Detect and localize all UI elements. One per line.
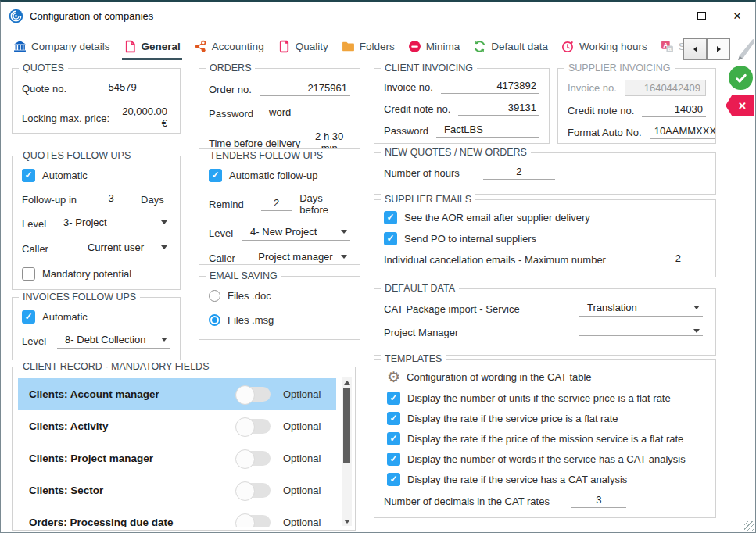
mandatory-potential-checkbox[interactable] (22, 267, 35, 281)
client-record-section: CLIENT RECORD - MANDATORY FIELDS Clients… (12, 367, 356, 531)
format-auto-no-label: Format Auto No. (568, 127, 642, 138)
tab-minima[interactable]: Minima (407, 38, 462, 60)
cancel-button[interactable] (726, 95, 754, 116)
automatic-followup-label: Automatic follow-up (229, 170, 317, 181)
invoice-no-input-disabled: 1640442409 (625, 80, 706, 96)
mandatory-toggle[interactable] (236, 451, 271, 466)
supplier-invoicing-section: SUPPLIER INVOICING Invoice no. 164044240… (557, 68, 716, 144)
order-no-input[interactable]: 2175961 (260, 82, 350, 96)
tab-working-hours[interactable]: Working hours (560, 38, 649, 60)
mandatory-toggle[interactable] (236, 419, 271, 434)
mandatory-toggle[interactable] (236, 483, 271, 498)
mandatory-toggle[interactable] (236, 387, 271, 402)
password-input[interactable]: word (261, 106, 350, 120)
level-dropdown[interactable]: 3- Project (56, 216, 170, 231)
time-before-delivery-input[interactable]: 2 h 30 min (308, 131, 350, 148)
list-item[interactable]: Orders: Processing due date Optional (18, 506, 336, 527)
aor-email-label: See the AOR email after supplier deliver… (404, 212, 590, 224)
project-manager-dropdown[interactable] (579, 329, 703, 336)
list-scrollbar[interactable] (342, 377, 352, 526)
chevron-down-icon (161, 338, 167, 342)
maximize-button[interactable] (683, 2, 719, 29)
tab-label: Quality (296, 41, 328, 52)
field-label: Orders: Processing due date (29, 517, 174, 528)
credit-note-no-input[interactable]: 14030 (642, 103, 706, 117)
client-invoicing-section: CLIENT INVOICING Invoice no. 4173892 Cre… (374, 68, 550, 144)
tab-label: Default data (491, 41, 548, 52)
cat-decimals-label: Number of decimals in the CAT rates (384, 495, 550, 507)
page-icon (124, 40, 137, 53)
tab-label: Company details (31, 41, 110, 52)
check-icon (734, 71, 748, 85)
followup-in-label: Follow-up in (22, 194, 77, 206)
app-logo-icon (9, 9, 23, 23)
scroll-down-icon[interactable] (342, 517, 352, 526)
field-label: Clients: Activity (29, 420, 109, 432)
remind-days-input[interactable]: 2 (261, 197, 292, 211)
validate-button[interactable] (729, 66, 753, 90)
list-item[interactable]: Clients: Activity Optional (18, 410, 336, 442)
cat-package-import-value: Translation (587, 302, 689, 313)
tab-label: Accounting (212, 41, 264, 52)
display-words-cat-checkbox[interactable] (387, 453, 400, 466)
credit-note-no-label: Credit note no. (384, 103, 450, 115)
display-rate-flat-checkbox[interactable] (387, 412, 400, 425)
field-state: Optional (283, 388, 328, 400)
resize-grip[interactable] (744, 521, 754, 531)
tab-general[interactable]: General (122, 38, 182, 60)
bank-icon (13, 40, 27, 53)
edit-pencil-icon[interactable] (733, 35, 754, 62)
automatic-checkbox[interactable] (22, 310, 35, 324)
gear-icon[interactable] (387, 370, 400, 385)
caller-dropdown[interactable]: Project manager (247, 251, 350, 264)
files-msg-radio[interactable] (209, 314, 220, 326)
record-next-button[interactable] (707, 38, 730, 60)
list-item[interactable]: Clients: Account manager Optional (18, 378, 336, 410)
record-previous-button[interactable] (683, 38, 707, 60)
cat-decimals-input[interactable]: 3 (571, 494, 626, 508)
level-dropdown[interactable]: 8- Debt Collection (57, 334, 170, 349)
cancellation-emails-input[interactable]: 2 (634, 252, 684, 266)
tab-accounting[interactable]: Accounting (192, 38, 266, 60)
automatic-followup-checkbox[interactable] (209, 169, 222, 182)
automatic-checkbox[interactable] (22, 169, 35, 182)
send-po-checkbox[interactable] (384, 232, 397, 245)
scrollbar-thumb[interactable] (343, 388, 350, 463)
close-button[interactable]: ✕ (719, 2, 755, 29)
password-input[interactable]: FactLBS (436, 123, 539, 138)
templates-section: TEMPLATES Configuration of wording in th… (374, 359, 716, 518)
quotes-follow-ups-section: QUOTES FOLLOW UPS Automatic Follow-up in… (12, 156, 181, 290)
tab-default-data[interactable]: Default data (471, 38, 550, 60)
cat-package-import-dropdown[interactable]: Translation (579, 302, 703, 317)
field-label: Clients: Sector (29, 485, 103, 496)
display-rate-cat-checkbox[interactable] (387, 473, 400, 486)
followup-days-input[interactable]: 3 (91, 192, 131, 206)
locking-max-price-input[interactable]: 20,000.00 € (117, 106, 170, 131)
caller-label: Caller (22, 243, 48, 255)
number-of-hours-input[interactable]: 2 (483, 166, 555, 180)
tab-company-details[interactable]: Company details (12, 38, 112, 60)
level-label: Level (22, 218, 46, 230)
quote-no-input[interactable]: 54579 (74, 81, 170, 95)
format-auto-no-input[interactable]: 10AAMMXXX (650, 125, 715, 139)
level-dropdown[interactable]: 4- New Project (242, 226, 350, 241)
display-rate-mission-checkbox[interactable] (387, 432, 400, 445)
display-units-checkbox[interactable] (387, 392, 400, 405)
invoice-no-input[interactable]: 4173892 (441, 80, 539, 94)
cat-wording-config-link[interactable]: Configuration of wording in the CAT tabl… (407, 371, 592, 383)
files-doc-radio[interactable] (209, 290, 220, 302)
aor-email-checkbox[interactable] (384, 211, 397, 224)
list-item[interactable]: Clients: Project manager Optional (18, 442, 336, 474)
tab-quality[interactable]: Quality (276, 38, 330, 60)
scroll-up-icon[interactable] (342, 377, 352, 387)
list-item[interactable]: Clients: Sector Optional (18, 474, 336, 506)
minimize-button[interactable] (647, 2, 683, 29)
field-state: Optional (283, 420, 328, 432)
clock-icon (561, 40, 575, 53)
tab-label: Folders (360, 41, 395, 52)
credit-note-no-input[interactable]: 39131 (458, 102, 539, 116)
mandatory-toggle[interactable] (236, 515, 271, 528)
mandatory-potential-label: Mandatory potential (42, 268, 131, 280)
tab-folders[interactable]: Folders (340, 38, 396, 60)
caller-dropdown[interactable]: Current user (67, 241, 170, 256)
